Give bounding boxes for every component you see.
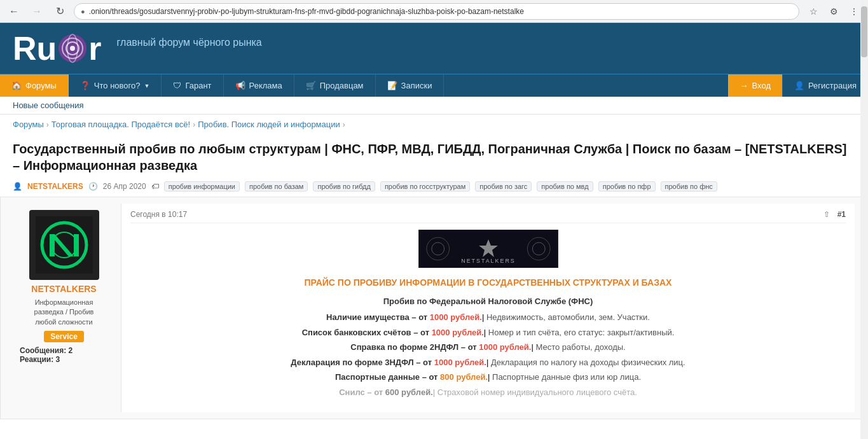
- tag-4[interactable]: пробив по загс: [475, 181, 532, 192]
- row-sep-3: |: [486, 358, 491, 367]
- nav-sellers[interactable]: 🛒 Продавцам: [294, 74, 376, 97]
- price-row-1: Список банковских счётов – от 1000 рубле…: [130, 326, 846, 339]
- new-messages-bar: Новые сообщения: [0, 97, 868, 115]
- row-label-3: Декларация по форме 3НДФЛ – от: [291, 358, 434, 367]
- scrollbar-thumb[interactable]: [861, 6, 867, 57]
- browser-actions: ☆ ⚙ ⋮: [804, 3, 863, 20]
- scrollbar-track[interactable]: [860, 0, 868, 419]
- user-badge: Service: [44, 331, 84, 342]
- post-sidebar: NETSTALKERS Информационная разведка / Пр…: [13, 204, 121, 412]
- row-sep-4: |: [488, 372, 492, 382]
- reactions-stat: Реакции: 3: [20, 355, 114, 364]
- price-heading: ПРАЙС ПО ПРОБИВУ ИНФОРМАЦИИ В ГОСУДАРСТВ…: [130, 277, 846, 288]
- bookmark-button[interactable]: ☆: [804, 3, 822, 20]
- price-row-4: Паспортные данные – от 800 рублей.| Пасп…: [130, 371, 846, 384]
- reload-button[interactable]: ↻: [51, 3, 69, 20]
- row-desc-3: Декларация по налогу на доходы физически…: [491, 358, 685, 367]
- tag-0[interactable]: пробив информации: [164, 181, 240, 192]
- nav-register[interactable]: 👤 Регистрация: [782, 74, 868, 97]
- tags-icon: 🏷: [151, 182, 159, 191]
- megaphone-icon: 📢: [235, 81, 245, 90]
- breadcrumb: Форумы › Торговая площадка. Продаётся вс…: [0, 115, 868, 134]
- breadcrumb-sep-2: ›: [193, 120, 195, 129]
- logo-tor-icon: [58, 34, 87, 63]
- clock-icon: 🕐: [88, 182, 98, 191]
- row-sep-5: |: [433, 387, 437, 397]
- nav-garantee[interactable]: 🛡 Гарант: [162, 74, 223, 97]
- thread-author[interactable]: NETSTALKERS: [27, 182, 83, 191]
- username[interactable]: NETSTALKERS: [31, 284, 96, 294]
- logo-ru: Ru: [13, 32, 57, 65]
- nav-inner: 🏠 Форумы ❓ Что нового? ▼ 🛡 Гарант 📢 Рекл…: [0, 74, 868, 97]
- shield-icon: 🛡: [173, 81, 181, 90]
- price-section-fns: Пробив по Федеральной Налоговой Службе (…: [130, 296, 846, 398]
- section-title-fns: Пробив по Федеральной Налоговой Службе (…: [130, 296, 846, 306]
- new-messages-link[interactable]: Новые сообщения: [13, 101, 84, 110]
- breadcrumb-sep-3: ›: [343, 120, 345, 129]
- site-nav: 🏠 Форумы ❓ Что нового? ▼ 🛡 Гарант 📢 Рекл…: [0, 74, 868, 97]
- row-sep-1: |: [484, 328, 488, 337]
- extensions-button[interactable]: ⚙: [825, 3, 843, 20]
- post-header: Сегодня в 10:17 ⇧ #1: [130, 210, 846, 223]
- post-content: Сегодня в 10:17 ⇧ #1: [121, 204, 855, 412]
- nav-ads[interactable]: 📢 Реклама: [224, 74, 294, 97]
- user-avatar: [29, 210, 99, 280]
- post-actions: ⇧ #1: [823, 210, 846, 219]
- lock-icon: ●: [81, 8, 85, 15]
- row-desc-1: Номер и тип счёта, его статус: закрыт/ак…: [488, 328, 675, 337]
- nav-forums[interactable]: 🏠 Форумы: [0, 74, 69, 97]
- url-text: .onion/threads/gosudarstvennyj-probiv-po…: [89, 7, 792, 16]
- row-label-0: Наличие имущества – от: [326, 312, 430, 322]
- row-desc-4: Паспортные данные физ или юр лица.: [492, 372, 641, 382]
- site-header: Ru r главный форум чёрного рынка: [0, 23, 868, 74]
- tag-2[interactable]: пробив по гибдд: [313, 181, 375, 192]
- post-number: #1: [837, 210, 846, 219]
- row-label-1: Список банковских счётов – от: [302, 328, 432, 337]
- notes-icon: 📝: [387, 81, 397, 90]
- nav-whats-new[interactable]: ❓ Что нового? ▼: [69, 74, 162, 97]
- banner-svg: NETSTALKERS: [419, 230, 558, 268]
- row-desc-5: Страховой номер индивидуального лицевого…: [437, 387, 637, 397]
- home-icon: 🏠: [11, 81, 22, 90]
- breadcrumb-marketplace[interactable]: Торговая площадка. Продаётся всё!: [52, 120, 190, 129]
- cart-icon: 🛒: [306, 81, 316, 90]
- breadcrumb-probiv[interactable]: Пробив. Поиск людей и информации: [198, 120, 340, 129]
- messages-stat: Сообщения: 2: [20, 346, 114, 355]
- svg-rect-5: [36, 216, 93, 274]
- row-amount-3: 1000 рублей.: [434, 358, 486, 367]
- nav-notes[interactable]: 📝 Записки: [376, 74, 444, 97]
- avatar-image: [36, 216, 93, 274]
- share-icon[interactable]: ⇧: [823, 210, 830, 219]
- row-label-5: Снилс – от: [339, 387, 385, 397]
- question-icon: ❓: [80, 81, 90, 90]
- tag-7[interactable]: пробив по фнс: [661, 181, 717, 192]
- tag-3[interactable]: пробив по госструктурам: [380, 181, 470, 192]
- thread-title-area: Государственный пробив по любым структур…: [0, 134, 868, 179]
- login-icon: →: [740, 81, 748, 90]
- back-button[interactable]: ←: [5, 3, 23, 20]
- address-bar[interactable]: ● .onion/threads/gosudarstvennyj-probiv-…: [74, 3, 799, 20]
- forward-button[interactable]: →: [28, 3, 46, 20]
- row-label-4: Паспортные данные – от: [335, 372, 440, 382]
- row-amount-2: 1000 рублей.: [479, 342, 531, 352]
- svg-text:NETSTALKERS: NETSTALKERS: [461, 258, 515, 264]
- price-row-5: Снилс – от 600 рублей.| Страховой номер …: [130, 386, 846, 399]
- banner-image: NETSTALKERS: [418, 230, 558, 268]
- tag-5[interactable]: пробив по мвд: [537, 181, 593, 192]
- nav-spacer: [444, 74, 727, 97]
- author-icon: 👤: [13, 182, 22, 191]
- breadcrumb-sep-1: ›: [46, 120, 49, 129]
- nav-right: → Вход 👤 Регистрация: [728, 74, 868, 97]
- user-title: Информационная разведка / Пробив любой с…: [34, 298, 94, 327]
- row-amount-4: 800 рублей.: [440, 372, 488, 382]
- browser-chrome: ← → ↻ ● .onion/threads/gosudarstvennyj-p…: [0, 0, 868, 23]
- svg-point-3: [70, 46, 75, 51]
- row-amount-5: 600 рублей.: [385, 387, 433, 397]
- logo-r: r: [88, 32, 101, 65]
- post-date: Сегодня в 10:17: [130, 210, 187, 219]
- nav-login[interactable]: → Вход: [728, 74, 782, 97]
- tag-6[interactable]: пробив по пфр: [598, 181, 656, 192]
- chevron-down-icon: ▼: [144, 83, 149, 89]
- tag-1[interactable]: пробив по базам: [245, 181, 308, 192]
- breadcrumb-forums[interactable]: Форумы: [13, 120, 44, 129]
